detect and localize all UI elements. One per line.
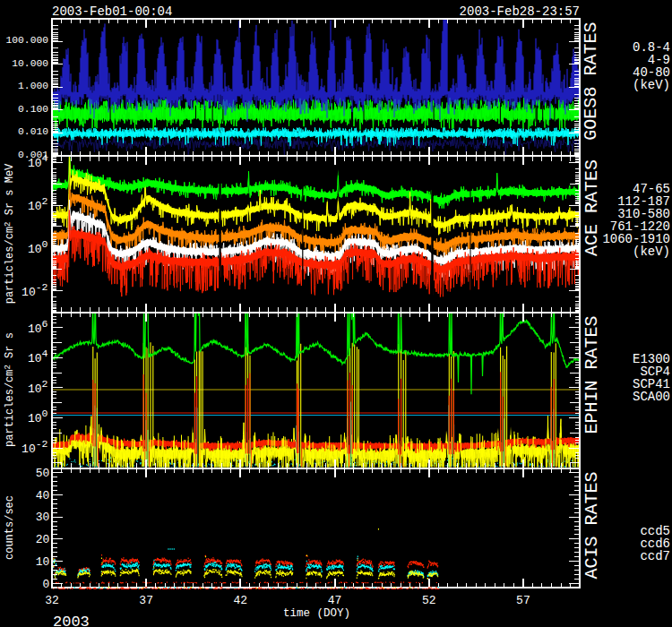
svg-text:(keV): (keV)	[633, 78, 670, 92]
svg-text:50: 50	[36, 467, 50, 480]
svg-text:time (DOY): time (DOY)	[283, 607, 350, 620]
svg-text:ACE RATES: ACE RATES	[582, 159, 602, 256]
svg-text:ccd7: ccd7	[640, 549, 670, 563]
svg-text:10: 10	[36, 555, 50, 569]
svg-text:0.010: 0.010	[18, 126, 48, 137]
svg-text:2003-Feb28-23:57: 2003-Feb28-23:57	[460, 4, 580, 19]
svg-text:SCA00: SCA00	[633, 390, 670, 404]
svg-text:EPHIN RATES: EPHIN RATES	[582, 316, 602, 434]
svg-text:particles/cm2 Sr s: particles/cm2 Sr s	[4, 332, 16, 447]
svg-text:(keV): (keV)	[633, 245, 670, 259]
svg-text:GOES8 RATES: GOES8 RATES	[582, 22, 602, 141]
svg-text:0: 0	[42, 578, 49, 591]
svg-text:2003-Feb01-00:04: 2003-Feb01-00:04	[52, 4, 172, 19]
svg-text:57: 57	[516, 594, 530, 607]
svg-text:30: 30	[36, 511, 50, 524]
svg-text:10.000: 10.000	[12, 58, 48, 69]
svg-text:0.100: 0.100	[18, 104, 48, 115]
svg-text:2003: 2003	[53, 614, 90, 627]
svg-text:42: 42	[234, 594, 248, 607]
svg-text:32: 32	[45, 594, 59, 607]
svg-text:37: 37	[139, 594, 153, 607]
svg-text:47: 47	[328, 594, 342, 607]
svg-text:20: 20	[36, 533, 50, 546]
svg-text:particles/cm2 Sr s MeV: particles/cm2 Sr s MeV	[4, 163, 16, 304]
svg-text:counts/sec: counts/sec	[4, 495, 16, 560]
svg-text:1.000: 1.000	[18, 81, 48, 91]
svg-text:52: 52	[422, 594, 436, 607]
svg-text:100.000: 100.000	[6, 35, 49, 46]
svg-text:40: 40	[36, 489, 50, 502]
svg-text:ACIS RATES: ACIS RATES	[582, 472, 602, 580]
